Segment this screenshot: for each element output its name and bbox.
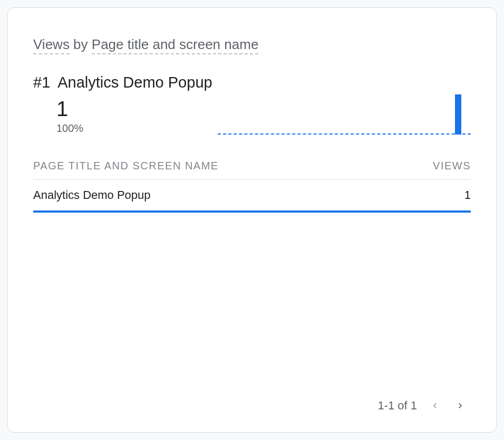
- row-value: 1: [464, 188, 471, 202]
- sparkline-chart: [218, 94, 471, 135]
- sparkline-bar: [455, 94, 461, 135]
- sparkline-axis: [218, 133, 471, 135]
- top-item: #1 Analytics Demo Popup: [33, 74, 471, 91]
- card-title: Views by Page title and screen name: [33, 36, 471, 53]
- dimension-name[interactable]: Page title and screen name: [92, 36, 259, 54]
- row-name: Analytics Demo Popup: [33, 188, 151, 202]
- table-header-metric: VIEWS: [433, 160, 471, 172]
- chevron-right-icon[interactable]: [453, 398, 468, 413]
- top-value: 1: [56, 98, 83, 119]
- chevron-left-icon[interactable]: [428, 398, 442, 413]
- table-row[interactable]: Analytics Demo Popup1: [33, 180, 471, 213]
- top-rank: #1: [33, 74, 50, 91]
- top-percent: 100%: [56, 122, 83, 135]
- pager: 1-1 of 1: [33, 391, 471, 416]
- table-body: Analytics Demo Popup1: [33, 180, 471, 213]
- analytics-card: Views by Page title and screen name #1 A…: [7, 7, 497, 433]
- top-name: Analytics Demo Popup: [57, 74, 212, 91]
- pager-label: 1-1 of 1: [377, 399, 417, 413]
- table-header: PAGE TITLE AND SCREEN NAME VIEWS: [33, 152, 471, 180]
- table-header-dimension: PAGE TITLE AND SCREEN NAME: [33, 160, 219, 172]
- title-by: by: [70, 36, 92, 52]
- metric-row: 1 100%: [56, 94, 471, 135]
- metric-name[interactable]: Views: [33, 36, 70, 54]
